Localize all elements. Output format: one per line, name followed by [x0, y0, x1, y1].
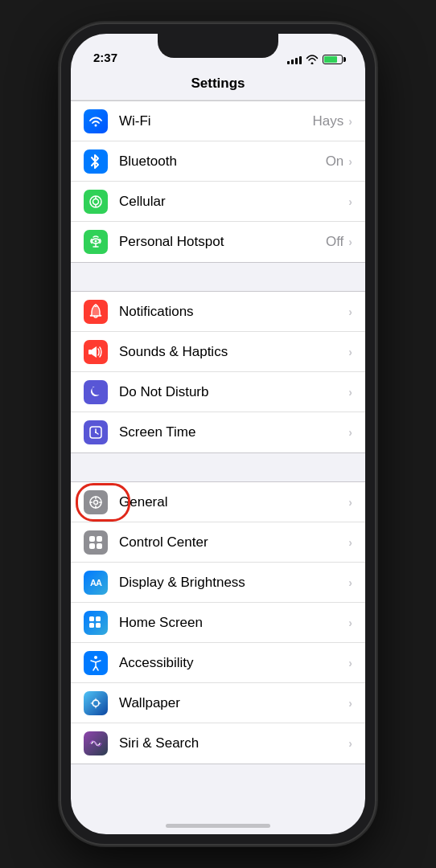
general-icon — [84, 490, 108, 514]
settings-item-sounds[interactable]: Sounds & Haptics › — [71, 332, 365, 372]
general-chevron-icon: › — [348, 496, 352, 509]
bluetooth-label: Bluetooth — [119, 154, 326, 170]
accessibility-label: Accessibility — [119, 655, 348, 671]
divider-1 — [71, 263, 365, 291]
wallpaper-svg — [88, 696, 103, 710]
settings-item-bluetooth[interactable]: Bluetooth On › — [71, 141, 365, 182]
wallpaper-label: Wallpaper — [119, 695, 348, 711]
svg-rect-22 — [89, 616, 94, 621]
display-chevron-icon: › — [348, 576, 352, 589]
wifi-icon — [84, 109, 108, 133]
bluetooth-chevron-icon: › — [348, 155, 352, 168]
wifi-chevron-icon: › — [348, 115, 352, 128]
notifications-group: Notifications › Sounds & Haptics › — [71, 291, 365, 453]
settings-item-hotspot[interactable]: Personal Hotspot Off › — [71, 222, 365, 262]
wallpaper-icon — [84, 691, 108, 715]
settings-item-wifi[interactable]: Wi-Fi Hays › — [71, 101, 365, 141]
hotspot-value: Off — [326, 234, 343, 250]
settings-item-display[interactable]: AA Display & Brightness › — [71, 563, 365, 603]
siri-label: Siri & Search — [119, 735, 348, 751]
settings-item-siri[interactable]: Siri & Search › — [71, 723, 365, 764]
settings-item-homescreen[interactable]: Home Screen › — [71, 603, 365, 643]
status-time: 2:37 — [93, 51, 117, 64]
hotspot-icon — [84, 230, 108, 254]
controlcenter-label: Control Center — [119, 534, 348, 551]
screentime-label: Screen Time — [119, 424, 348, 440]
svg-point-5 — [95, 240, 97, 243]
settings-item-cellular[interactable]: Cellular › — [71, 182, 365, 222]
svg-rect-24 — [89, 623, 94, 628]
hotspot-label: Personal Hotspot — [119, 234, 326, 250]
homescreen-chevron-icon: › — [348, 616, 352, 629]
sounds-svg — [88, 345, 104, 359]
hotspot-chevron-icon: › — [348, 235, 352, 248]
hotspot-svg — [88, 234, 104, 250]
display-label: Display & Brightness — [119, 575, 348, 591]
homescreen-label: Home Screen — [119, 615, 348, 631]
home-indicator — [166, 824, 270, 828]
svg-point-11 — [95, 432, 97, 433]
siri-icon — [84, 731, 108, 755]
general-label: General — [119, 494, 348, 510]
settings-item-dnd[interactable]: Do Not Disturb › — [71, 372, 365, 412]
sounds-chevron-icon: › — [348, 346, 352, 358]
screentime-svg — [88, 425, 103, 440]
svg-rect-7 — [88, 350, 92, 354]
svg-rect-18 — [89, 536, 95, 542]
settings-item-wallpaper[interactable]: Wallpaper › — [71, 683, 365, 723]
settings-item-notifications[interactable]: Notifications › — [71, 292, 365, 332]
dnd-chevron-icon: › — [348, 386, 352, 399]
phone-frame: 2:37 — [61, 24, 375, 844]
svg-rect-21 — [97, 543, 102, 549]
svg-point-26 — [94, 656, 97, 659]
phone-screen: 2:37 — [71, 34, 365, 834]
signal-bars-icon — [287, 55, 302, 64]
notifications-chevron-icon: › — [348, 305, 352, 318]
battery-icon — [323, 55, 343, 64]
divider-2 — [71, 453, 365, 481]
controlcenter-icon — [84, 530, 108, 555]
wifi-label: Wi-Fi — [119, 113, 313, 129]
screentime-icon — [84, 420, 108, 444]
svg-point-2 — [93, 199, 99, 204]
settings-item-controlcenter[interactable]: Control Center › — [71, 522, 365, 563]
siri-chevron-icon: › — [348, 737, 352, 750]
battery-fill — [324, 56, 337, 63]
settings-scroll-area[interactable]: Wi-Fi Hays › Bluetooth On › — [71, 100, 365, 812]
signal-bar-4 — [299, 56, 302, 64]
accessibility-svg — [88, 655, 103, 671]
homescreen-icon — [84, 611, 108, 635]
network-group: Wi-Fi Hays › Bluetooth On › — [71, 100, 365, 263]
wifi-svg — [88, 116, 103, 127]
notch — [158, 34, 278, 58]
controlcenter-chevron-icon: › — [348, 536, 352, 549]
settings-item-general[interactable]: General › — [71, 482, 365, 522]
wallpaper-chevron-icon: › — [348, 697, 352, 710]
general-svg — [88, 495, 103, 510]
signal-bar-2 — [291, 59, 294, 64]
svg-rect-20 — [89, 543, 95, 549]
dnd-label: Do Not Disturb — [119, 384, 348, 400]
bluetooth-icon — [84, 149, 108, 174]
page-title: Settings — [84, 76, 352, 92]
svg-point-27 — [93, 700, 99, 706]
notifications-label: Notifications — [119, 304, 348, 320]
dnd-icon — [84, 380, 108, 404]
svg-point-13 — [94, 500, 98, 504]
display-icon: AA — [84, 571, 108, 595]
settings-item-screentime[interactable]: Screen Time › — [71, 412, 365, 452]
sounds-icon — [84, 340, 108, 364]
svg-point-0 — [95, 124, 97, 126]
accessibility-icon — [84, 651, 108, 675]
cellular-icon — [84, 190, 108, 214]
dnd-svg — [88, 385, 103, 399]
siri-svg — [88, 736, 103, 751]
settings-item-accessibility[interactable]: Accessibility › — [71, 643, 365, 683]
nav-bar: Settings — [71, 69, 365, 100]
svg-rect-23 — [96, 616, 101, 621]
cellular-label: Cellular — [119, 194, 343, 210]
svg-rect-19 — [97, 536, 102, 542]
controlcenter-svg — [88, 535, 103, 550]
notifications-svg — [88, 304, 103, 320]
accessibility-chevron-icon: › — [348, 657, 352, 669]
